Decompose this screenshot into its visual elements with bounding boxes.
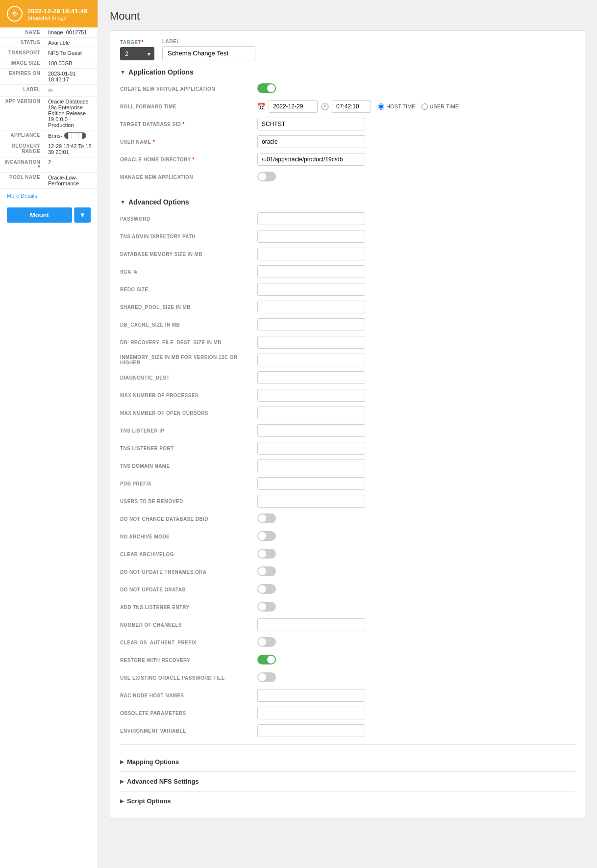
advanced-field-row: SGA % bbox=[120, 265, 575, 279]
advanced-nfs-header[interactable]: ▶ Advanced NFS Settings bbox=[120, 778, 575, 785]
manage-new-app-toggle[interactable] bbox=[257, 172, 276, 181]
advanced-field-row: MAX NUMBER OF OPEN CURSORS bbox=[120, 406, 575, 420]
advanced-field-label: TNS LISTENER IP bbox=[120, 428, 257, 434]
advanced-text-input[interactable] bbox=[257, 424, 365, 437]
advanced-field-row: TNS DOMAIN NAME bbox=[120, 459, 575, 473]
advanced-text-input[interactable] bbox=[257, 318, 365, 331]
user-name-input[interactable] bbox=[257, 135, 365, 148]
advanced-field-row: PDB PREFIX bbox=[120, 477, 575, 490]
advanced-field-control bbox=[257, 637, 575, 648]
advanced-text-input[interactable] bbox=[257, 230, 365, 243]
sidebar-field-value: Brms-████ bbox=[44, 130, 98, 141]
oracle-home-dir-input[interactable] bbox=[257, 153, 365, 166]
snapshot-subtitle: Snapshot Image bbox=[27, 15, 87, 21]
user-time-label: USER TIME bbox=[430, 103, 459, 109]
advanced-field-control bbox=[257, 371, 575, 384]
advanced-toggle[interactable] bbox=[257, 531, 276, 541]
advanced-toggle[interactable] bbox=[257, 566, 276, 576]
advanced-toggle[interactable] bbox=[257, 672, 276, 682]
sidebar-field-value: 2 bbox=[44, 157, 98, 173]
advanced-options-header[interactable]: ▼ Advanced Options bbox=[120, 198, 575, 206]
advanced-text-input[interactable] bbox=[257, 212, 365, 225]
roll-forward-time-row: ROLL FORWARD TIME 📅 🕐 HOST TIME bbox=[120, 100, 575, 113]
advanced-field-control bbox=[257, 513, 575, 525]
calendar-icon[interactable]: 📅 bbox=[257, 102, 266, 110]
mount-dropdown-arrow[interactable]: ▼ bbox=[74, 207, 91, 223]
application-options-title: Application Options bbox=[128, 68, 194, 76]
sidebar-field-label: LABEL bbox=[0, 85, 44, 97]
advanced-field-label: USE EXISTING ORACLE PASSWORD FILE bbox=[120, 675, 257, 681]
create-virtual-app-toggle[interactable] bbox=[257, 83, 276, 93]
advanced-text-input[interactable] bbox=[257, 371, 365, 384]
advanced-toggle[interactable] bbox=[257, 655, 276, 664]
roll-forward-label: ROLL FORWARD TIME bbox=[120, 104, 257, 109]
target-db-sid-label: TARGET DATABASE SID * bbox=[120, 122, 257, 127]
advanced-options-title: Advanced Options bbox=[128, 198, 189, 206]
advanced-text-input[interactable] bbox=[257, 460, 365, 472]
target-field-group: TARGET* 2 ▼ bbox=[120, 40, 154, 60]
advanced-text-input[interactable] bbox=[257, 283, 365, 296]
advanced-text-input[interactable] bbox=[257, 618, 365, 631]
pencil-icon[interactable]: ✏ bbox=[48, 87, 53, 94]
script-options-header[interactable]: ▶ Script Options bbox=[120, 797, 575, 805]
advanced-toggle[interactable] bbox=[257, 549, 276, 559]
advanced-field-label: OBSOLETE PARAMETERS bbox=[120, 711, 257, 716]
advanced-toggle[interactable] bbox=[257, 584, 276, 594]
user-time-radio[interactable] bbox=[422, 103, 428, 110]
sidebar-row: NAMEImage_0012751 bbox=[0, 27, 98, 38]
advanced-text-input[interactable] bbox=[257, 442, 365, 455]
advanced-field-label: DO NOT UPDATE TNSNAMES.ORA bbox=[120, 569, 257, 575]
create-virtual-app-row: CREATE NEW VIRTUAL APPLICATION bbox=[120, 82, 575, 96]
target-select[interactable]: 2 bbox=[120, 47, 154, 60]
advanced-text-input[interactable] bbox=[257, 707, 365, 719]
svg-point-0 bbox=[13, 12, 16, 15]
user-time-radio-label[interactable]: USER TIME bbox=[422, 103, 459, 110]
main-content: Mount TARGET* 2 ▼ LABEL ▼ bbox=[98, 0, 597, 868]
manage-new-app-row: MANAGE NEW APPLICATION bbox=[120, 170, 575, 184]
advanced-text-input[interactable] bbox=[257, 301, 365, 313]
advanced-field-label: TNS LISTENER PORT bbox=[120, 446, 257, 451]
mapping-options-arrow-icon: ▶ bbox=[120, 759, 124, 765]
advanced-text-input[interactable] bbox=[257, 689, 365, 702]
manage-new-app-control bbox=[257, 172, 575, 183]
advanced-toggle-slider bbox=[257, 602, 276, 612]
target-label: TARGET* bbox=[120, 40, 154, 45]
roll-forward-date-input[interactable] bbox=[269, 100, 318, 113]
advanced-field-control bbox=[257, 301, 575, 313]
advanced-field-row: ENVIRONMENT VARIABLE bbox=[120, 724, 575, 738]
advanced-text-input[interactable] bbox=[257, 477, 365, 490]
advanced-field-label: CLEAR ARCHIVELOG bbox=[120, 552, 257, 557]
snapshot-date: 2022-12-29 18:41:46 bbox=[27, 7, 87, 15]
oracle-home-dir-row: ORACLE HOME DIRECTORY * bbox=[120, 153, 575, 166]
advanced-toggle-slider bbox=[257, 584, 276, 594]
advanced-text-input[interactable] bbox=[257, 724, 365, 737]
application-options-header[interactable]: ▼ Application Options bbox=[120, 68, 575, 76]
advanced-toggle[interactable] bbox=[257, 513, 276, 523]
roll-forward-time-input[interactable] bbox=[332, 100, 371, 113]
more-details-link[interactable]: More Details bbox=[0, 189, 98, 203]
host-time-radio-label[interactable]: HOST TIME bbox=[378, 103, 416, 110]
roll-time-row: 📅 🕐 HOST TIME USER TIME bbox=[257, 100, 575, 113]
mapping-options-header[interactable]: ▶ Mapping Options bbox=[120, 758, 575, 766]
clock-icon: 🕐 bbox=[321, 102, 329, 110]
advanced-text-input[interactable] bbox=[257, 265, 365, 278]
advanced-text-input[interactable] bbox=[257, 354, 365, 366]
advanced-toggle-slider bbox=[257, 672, 276, 682]
advanced-field-label: PDB PREFIX bbox=[120, 481, 257, 486]
advanced-toggle[interactable] bbox=[257, 637, 276, 647]
mount-button[interactable]: Mount bbox=[7, 207, 72, 223]
advanced-text-input[interactable] bbox=[257, 407, 365, 419]
target-db-sid-input[interactable] bbox=[257, 118, 365, 130]
advanced-field-control bbox=[257, 460, 575, 472]
advanced-text-input[interactable] bbox=[257, 495, 365, 508]
sidebar-field-value: Available bbox=[44, 38, 98, 48]
advanced-text-input[interactable] bbox=[257, 336, 365, 349]
create-virtual-app-control bbox=[257, 83, 575, 95]
advanced-field-row: DB_RECOVERY_FILE_DEST_SIZE IN MB bbox=[120, 335, 575, 349]
label-input[interactable] bbox=[162, 46, 255, 60]
advanced-toggle[interactable] bbox=[257, 602, 276, 612]
advanced-text-input[interactable] bbox=[257, 389, 365, 402]
host-time-radio[interactable] bbox=[378, 103, 384, 110]
advanced-field-control bbox=[257, 584, 575, 595]
advanced-text-input[interactable] bbox=[257, 248, 365, 260]
